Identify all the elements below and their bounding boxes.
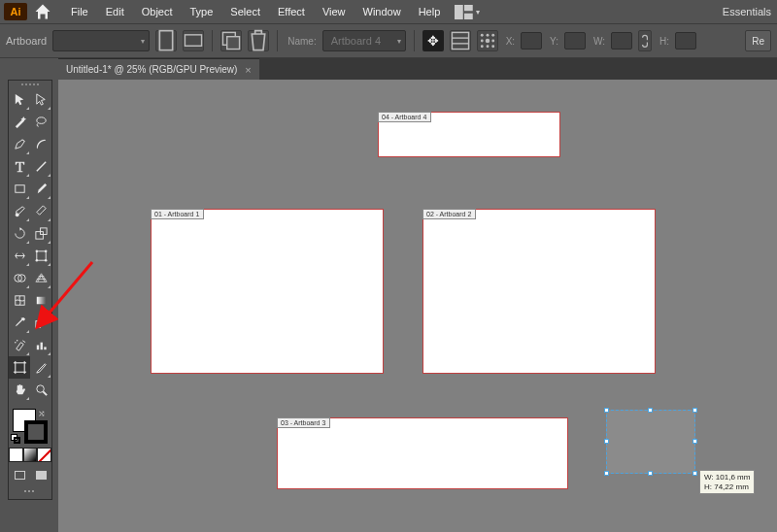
new-artboard-icon[interactable]	[220, 30, 242, 51]
hand-tool[interactable]	[9, 379, 30, 401]
perspective-grid-tool[interactable]	[30, 267, 51, 289]
reference-point-icon[interactable]	[477, 30, 498, 51]
menu-file[interactable]: File	[62, 6, 97, 17]
pen-tool[interactable]	[9, 133, 30, 155]
svg-rect-20	[15, 185, 23, 193]
resize-handle[interactable]	[604, 408, 609, 413]
svg-point-13	[481, 40, 484, 43]
artboard-4[interactable]: 04 - Artboard 4	[378, 112, 560, 157]
svg-rect-40	[15, 363, 23, 372]
zoom-tool[interactable]	[30, 379, 51, 401]
color-mode-none[interactable]	[37, 448, 51, 462]
magic-wand-tool[interactable]	[9, 111, 30, 133]
svg-rect-2	[464, 13, 473, 18]
document-tab[interactable]: Untitled-1* @ 25% (RGB/GPU Preview) ×	[58, 58, 259, 80]
home-icon[interactable]	[33, 3, 52, 20]
menu-window[interactable]: Window	[355, 6, 410, 17]
y-field[interactable]	[564, 32, 586, 50]
artboard-2[interactable]: 02 - Artboard 2	[422, 209, 656, 374]
resize-handle[interactable]	[604, 439, 609, 444]
svg-rect-1	[464, 5, 473, 11]
eraser-tool[interactable]	[30, 200, 51, 222]
resize-handle[interactable]	[693, 439, 697, 444]
resize-handle[interactable]	[604, 471, 609, 476]
menu-help[interactable]: Help	[410, 6, 450, 17]
arrange-documents-icon[interactable]: ▾	[455, 4, 480, 19]
mesh-tool[interactable]	[9, 289, 30, 312]
rectangle-tool[interactable]	[9, 178, 30, 200]
screen-mode-full[interactable]	[30, 466, 51, 483]
move-with-artboard-icon[interactable]: ✥	[422, 30, 444, 51]
menu-view[interactable]: View	[314, 6, 355, 17]
menu-bar: Ai File Edit Object Type Select Effect V…	[0, 0, 777, 23]
orientation-landscape-icon[interactable]	[183, 30, 204, 51]
artboard-preset-dropdown[interactable]	[52, 30, 150, 51]
blend-tool[interactable]	[30, 312, 51, 334]
svg-point-34	[41, 318, 47, 324]
menu-select[interactable]: Select	[221, 6, 269, 17]
artboard-1[interactable]: 01 - Artboard 1	[151, 209, 384, 374]
stroke-swatch[interactable]	[24, 420, 48, 444]
free-transform-tool[interactable]	[30, 245, 51, 267]
svg-point-15	[491, 40, 494, 43]
default-fill-stroke-icon[interactable]	[11, 434, 20, 444]
width-tool[interactable]	[9, 245, 30, 267]
x-field[interactable]	[521, 32, 542, 50]
lasso-tool[interactable]	[30, 111, 51, 133]
canvas[interactable]: 04 - Artboard 4 01 - Artboard 1 02 - Art…	[58, 80, 777, 532]
shape-builder-tool[interactable]	[9, 267, 30, 289]
edit-toolbar-icon[interactable]: ⋯	[9, 483, 51, 499]
eyedropper-tool[interactable]	[9, 312, 30, 334]
scale-tool[interactable]	[30, 222, 51, 245]
resize-handle[interactable]	[648, 471, 653, 476]
curvature-tool[interactable]	[30, 133, 51, 155]
rotate-tool[interactable]	[9, 222, 30, 245]
menu-effect[interactable]: Effect	[269, 6, 314, 17]
menu-type[interactable]: Type	[182, 6, 222, 17]
close-icon[interactable]: ×	[245, 64, 251, 76]
column-graph-tool[interactable]	[30, 334, 51, 356]
svg-point-11	[486, 34, 489, 37]
color-mode-solid[interactable]	[9, 448, 23, 462]
color-mode-gradient[interactable]	[23, 448, 38, 462]
artboard-name-field[interactable]: Artboard 4	[322, 30, 406, 51]
rearrange-button[interactable]: Re	[745, 30, 771, 51]
menu-edit[interactable]: Edit	[97, 6, 133, 17]
panel-grip[interactable]	[9, 81, 51, 88]
svg-rect-24	[36, 251, 45, 260]
workspace-label[interactable]: Essentials	[723, 6, 777, 17]
svg-point-36	[16, 340, 17, 342]
tooltip-height: H: 74,22 mm	[704, 482, 750, 492]
shaper-tool[interactable]	[9, 200, 30, 222]
h-field[interactable]	[675, 32, 696, 50]
artboard-drag-selection[interactable]	[606, 410, 695, 474]
color-mode-row	[9, 448, 51, 462]
link-wh-icon[interactable]	[638, 30, 652, 51]
artboard-tool[interactable]	[9, 356, 30, 379]
name-label: Name:	[287, 36, 316, 47]
line-segment-tool[interactable]	[30, 155, 51, 178]
delete-artboard-icon[interactable]	[248, 30, 269, 51]
gradient-tool[interactable]	[30, 289, 51, 312]
y-label: Y:	[550, 36, 558, 47]
w-field[interactable]	[611, 32, 632, 50]
resize-handle[interactable]	[693, 471, 697, 476]
paintbrush-tool[interactable]	[30, 178, 51, 200]
symbol-sprayer-tool[interactable]	[9, 334, 30, 356]
menu-object[interactable]: Object	[133, 6, 182, 17]
swap-fill-stroke-icon[interactable]: ⤭	[38, 409, 46, 418]
orientation-portrait-icon[interactable]	[155, 30, 177, 51]
selection-tool[interactable]	[9, 88, 30, 111]
type-tool[interactable]	[9, 155, 30, 178]
direct-selection-tool[interactable]	[30, 88, 51, 111]
artboard-3[interactable]: 03 - Artboard 3	[277, 417, 568, 489]
artboard-options-icon[interactable]	[450, 30, 471, 51]
artboard-label: 02 - Artboard 2	[422, 209, 476, 219]
resize-handle[interactable]	[693, 408, 697, 413]
fill-stroke-swatch[interactable]: ⤭	[9, 407, 51, 446]
svg-line-19	[36, 162, 45, 171]
slice-tool[interactable]	[30, 356, 51, 379]
resize-handle[interactable]	[648, 408, 653, 413]
app-logo: Ai	[4, 3, 27, 20]
screen-mode-normal[interactable]	[9, 466, 30, 483]
